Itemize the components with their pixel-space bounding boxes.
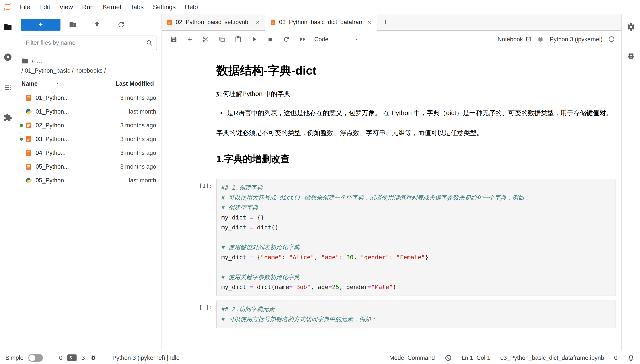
cell-type-select[interactable]: Code xyxy=(314,36,360,43)
upload-icon[interactable] xyxy=(93,20,101,28)
file-row[interactable]: 01_Python... last month xyxy=(16,105,162,118)
notebook-title: 数据结构-字典-dict xyxy=(216,63,615,79)
tab-02-python-basic-set[interactable]: 02_Python_baisc_set.ipynb xyxy=(162,14,265,30)
code-editor[interactable]: ## 1.创建字典# 可以使用大括号或 dict() 函数来创建一个空字典，或者… xyxy=(216,179,615,296)
terminal-count[interactable]: 0 xyxy=(59,354,62,361)
paste-cell-button[interactable] xyxy=(230,33,246,45)
file-name: 02_Python... xyxy=(36,122,120,129)
terminal-icon[interactable]: $_ xyxy=(67,354,77,361)
save-button[interactable] xyxy=(166,33,182,45)
save-icon xyxy=(170,36,177,43)
notebook-launch-button[interactable]: Notebook xyxy=(498,36,531,43)
close-icon[interactable] xyxy=(367,20,372,25)
breadcrumb: / … / 01_Python_basic / notebooks / xyxy=(16,53,162,77)
sidebar-debugger-button[interactable] xyxy=(626,51,636,61)
insert-cell-button[interactable] xyxy=(182,33,198,45)
tab-03-python-basic-dict[interactable]: 03_Python_basic_dict_dataframe.ipynb xyxy=(265,14,377,30)
scissors-icon xyxy=(202,36,209,43)
new-folder-icon[interactable] xyxy=(69,20,77,28)
new-tab-button[interactable]: + xyxy=(377,14,394,30)
breadcrumb-ellipsis[interactable]: … xyxy=(37,56,43,66)
notebook-file-icon xyxy=(25,94,32,101)
file-row[interactable]: 05_Python... 3 months ago xyxy=(16,160,162,174)
menu-run[interactable]: Run xyxy=(78,3,98,10)
menu-file[interactable]: File xyxy=(15,3,35,10)
home-folder-icon[interactable] xyxy=(22,57,29,64)
sidebar-property-inspector-button[interactable] xyxy=(626,22,636,32)
gear-icon xyxy=(626,22,635,31)
fast-forward-icon xyxy=(299,36,306,43)
code-line: my_dict = {"name": "Alice", "age": 30, "… xyxy=(221,252,610,262)
menu-kernel[interactable]: Kernel xyxy=(98,3,126,10)
file-name: 01_Python... xyxy=(36,108,129,115)
menu-help[interactable]: Help xyxy=(180,3,202,10)
notebook-file-icon xyxy=(25,136,32,142)
interrupt-kernel-button[interactable] xyxy=(262,33,278,45)
kernel-name[interactable]: Python 3 (ipykernel) xyxy=(550,36,602,43)
refresh-icon[interactable] xyxy=(117,20,125,28)
notification-count[interactable]: 0 xyxy=(614,354,617,361)
notebook-file-icon xyxy=(25,122,32,129)
column-name[interactable]: Name xyxy=(22,80,38,87)
file-row[interactable]: 02_Python... 3 months ago xyxy=(16,118,162,132)
restart-kernel-button[interactable] xyxy=(278,33,294,45)
simple-mode-toggle[interactable] xyxy=(29,354,43,362)
kernel-count[interactable]: 3 xyxy=(82,354,85,361)
bell-icon[interactable] xyxy=(627,354,635,361)
menu-tabs[interactable]: Tabs xyxy=(126,3,148,10)
sort-ascending-icon[interactable] xyxy=(54,81,61,87)
new-launcher-button[interactable]: + xyxy=(21,18,61,30)
filter-files-input[interactable] xyxy=(21,36,157,50)
active-file-name: 03_Python_basic_dict_dataframe.ipynb xyxy=(500,354,604,361)
chevron-down-icon xyxy=(353,36,360,42)
menu-settings[interactable]: Settings xyxy=(148,3,180,10)
file-modified: 3 months ago xyxy=(120,150,156,156)
menu-edit[interactable]: Edit xyxy=(35,3,55,10)
cursor-position[interactable]: Ln 1, Col 1 xyxy=(462,354,490,361)
search-icon xyxy=(145,39,153,47)
close-icon[interactable] xyxy=(255,20,260,25)
file-row[interactable]: 03_Python... 3 months ago xyxy=(16,132,162,146)
debugger-bug-icon[interactable] xyxy=(537,36,543,42)
file-name: 04_Pytho... xyxy=(36,150,120,156)
breadcrumb-root[interactable]: / xyxy=(32,56,34,66)
sidebar-running-kernels-button[interactable] xyxy=(3,52,13,62)
code-line: # 可以使用大括号或 dict() 函数来创建一个空字典，或者使用键值对列表或关… xyxy=(221,193,610,203)
bug-icon xyxy=(626,52,635,60)
sidebar-file-browser-button[interactable] xyxy=(3,22,13,32)
file-row[interactable]: 01_Python... 3 months ago xyxy=(16,91,162,105)
intro-paragraph: 如何理解Python 中的字典 xyxy=(216,89,615,99)
markdown-cell[interactable]: 数据结构-字典-dict 如何理解Python 中的字典 是R语言中的列表，这也… xyxy=(186,60,615,174)
code-line: my_dict = {} xyxy=(221,212,610,222)
run-cell-button[interactable] xyxy=(246,33,262,45)
kernel-status-text[interactable]: Python 3 (ipykernel) | Idle xyxy=(112,354,180,361)
notebook-file-icon xyxy=(25,163,32,170)
kernel-status-icon[interactable] xyxy=(609,36,614,42)
puzzle-extension-icon xyxy=(4,113,12,122)
restart-run-all-button[interactable] xyxy=(294,33,310,45)
status-bar: Simple 0 $_ 3 Python 3 (ipykernel) | Idl… xyxy=(0,351,640,364)
code-cell[interactable]: [1]: ## 1.创建字典# 可以使用大括号或 dict() 函数来创建一个空… xyxy=(186,179,615,296)
column-last-modified[interactable]: Last Modified xyxy=(116,80,156,87)
cut-cell-button[interactable] xyxy=(198,33,214,45)
code-line: ## 1.创建字典 xyxy=(221,183,610,193)
sidebar-toc-button[interactable] xyxy=(3,82,13,92)
execution-prompt: [ ]: xyxy=(186,300,216,328)
right-sidebar xyxy=(621,14,640,351)
menu-view[interactable]: View xyxy=(55,3,78,10)
command-mode-indicator: Mode: Command xyxy=(389,354,435,361)
file-row[interactable]: 04_Pytho... 3 months ago xyxy=(16,146,162,160)
breadcrumb-path[interactable]: / 01_Python_basic / notebooks / xyxy=(22,66,106,75)
slash-circle-icon[interactable] xyxy=(445,354,452,361)
plus-icon: + xyxy=(383,18,388,27)
copy-cell-button[interactable] xyxy=(214,33,230,45)
file-row[interactable]: 05_Python... last month xyxy=(16,174,162,187)
bug-icon[interactable] xyxy=(90,354,96,361)
code-editor[interactable]: ## 2.访问字典元素# 可以使用方括号加键名的方式访问字典中的元素，例如： xyxy=(216,300,615,328)
notebook-label: Notebook xyxy=(498,36,523,43)
code-cell[interactable]: [ ]: ## 2.访问字典元素# 可以使用方括号加键名的方式访问字典中的元素，… xyxy=(186,300,615,328)
code-line: ## 2.访问字典元素 xyxy=(221,304,610,314)
sidebar-extensions-button[interactable] xyxy=(3,112,13,122)
notebook-file-icon xyxy=(167,19,173,25)
notebook-content[interactable]: 数据结构-字典-dict 如何理解Python 中的字典 是R语言中的列表，这也… xyxy=(162,48,621,351)
